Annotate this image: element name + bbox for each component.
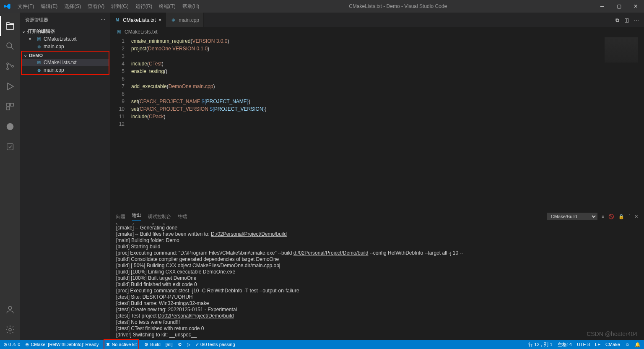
- status-language[interactable]: CMake: [605, 342, 620, 347]
- panel-tab[interactable]: 调试控制台: [148, 214, 171, 220]
- folder-header[interactable]: ⌄DEMO: [22, 52, 109, 59]
- svg-point-9: [8, 306, 12, 310]
- window-title: CMakeLists.txt - Demo - Visual Studio Co…: [202, 3, 594, 9]
- close-tab-icon[interactable]: ×: [158, 17, 162, 23]
- more-icon[interactable]: ⋯: [634, 17, 639, 23]
- extensions-icon[interactable]: [0, 96, 20, 117]
- open-editor-item[interactable]: ⊕main.cpp: [20, 43, 110, 50]
- title-bar: 文件(F)编辑(E)选择(S)查看(V)转到(G)运行(R)终端(T)帮助(H)…: [0, 0, 644, 13]
- status-feedback-icon[interactable]: ☺: [625, 342, 630, 347]
- status-bar: ⊗ 0 ⚠ 0 ⊕ CMake: [RelWithDebInfo]: Ready…: [0, 340, 644, 349]
- status-tests[interactable]: ✓ 0/0 tests passing: [195, 342, 235, 347]
- status-position[interactable]: 行 12，列 1: [528, 341, 552, 348]
- sidebar-title: 资源管理器: [25, 17, 48, 23]
- svg-point-0: [7, 43, 12, 48]
- run-debug-icon[interactable]: [0, 76, 20, 96]
- status-cmake[interactable]: ⊕ CMake: [RelWithDebInfo]: Ready: [25, 342, 99, 347]
- status-kit[interactable]: ✖ No active kit: [104, 339, 139, 349]
- maximize-icon[interactable]: ▢: [610, 0, 627, 13]
- close-panel-icon[interactable]: ✕: [634, 214, 638, 219]
- bottom-panel: 问题输出调试控制台终端 CMake/Build ≡ 🚫 🔒 ˆ ✕ [cmake…: [110, 210, 644, 340]
- svg-point-10: [9, 328, 11, 331]
- panel-tab[interactable]: 输出: [132, 212, 141, 221]
- svg-rect-5: [10, 103, 13, 106]
- compare-icon[interactable]: ⧉: [615, 17, 619, 23]
- svg-point-3: [12, 65, 13, 67]
- editor-tab[interactable]: MCMakeLists.txt×: [110, 13, 166, 27]
- account-icon[interactable]: [0, 300, 20, 320]
- svg-point-7: [7, 123, 14, 130]
- explorer-sidebar: 资源管理器 ⋯ ⌄打开的编辑器 ×MCMakeLists.txt⊕main.cp…: [20, 13, 110, 340]
- svg-rect-6: [7, 107, 10, 110]
- open-editor-item[interactable]: ×MCMakeLists.txt: [20, 35, 110, 43]
- menu-item[interactable]: 终端(T): [156, 3, 178, 10]
- code-editor[interactable]: 123456789101112 cmake_minimum_required(V…: [110, 36, 644, 210]
- editor-tab[interactable]: ⊕main.cpp: [166, 13, 204, 27]
- svg-point-1: [7, 63, 8, 65]
- vscode-logo-icon: [0, 3, 15, 10]
- editor-tabs: MCMakeLists.txt×⊕main.cpp ⧉ ◫ ⋯: [110, 13, 644, 27]
- output-channel-select[interactable]: CMake/Build: [547, 213, 597, 220]
- menu-item[interactable]: 帮助(H): [179, 3, 203, 10]
- panel-tab[interactable]: 问题: [116, 214, 125, 220]
- lock-icon[interactable]: 🔒: [618, 214, 624, 219]
- status-problems[interactable]: ⊗ 0 ⚠ 0: [3, 342, 20, 347]
- more-icon[interactable]: ⋯: [101, 17, 105, 23]
- activity-bar: [0, 13, 20, 340]
- explorer-icon[interactable]: [0, 16, 20, 36]
- status-eol[interactable]: LF: [595, 342, 600, 347]
- status-build[interactable]: ⚙ Build: [144, 342, 160, 347]
- clear-icon[interactable]: 🚫: [608, 214, 614, 219]
- menu-item[interactable]: 转到(G): [108, 3, 131, 10]
- output-content[interactable]: [cmake] -- Configuring done[cmake] -- Ge…: [110, 223, 644, 340]
- settings-icon[interactable]: [0, 320, 20, 340]
- status-debug-icon[interactable]: ⚙: [178, 342, 182, 347]
- status-target[interactable]: [all]: [166, 342, 173, 347]
- source-control-icon[interactable]: [0, 56, 20, 76]
- file-item[interactable]: MCMakeLists.txt: [22, 59, 109, 66]
- close-icon[interactable]: ✕: [627, 0, 644, 13]
- panel-tab[interactable]: 终端: [178, 214, 187, 220]
- menu-item[interactable]: 编辑(E): [38, 3, 60, 10]
- menu-item[interactable]: 选择(S): [61, 3, 84, 10]
- svg-rect-8: [7, 144, 13, 150]
- menu-bar: 文件(F)编辑(E)选择(S)查看(V)转到(G)运行(R)终端(T)帮助(H): [15, 3, 202, 10]
- menu-item[interactable]: 文件(F): [15, 3, 37, 10]
- status-bell-icon[interactable]: 🔔: [635, 342, 641, 347]
- minimap[interactable]: [605, 37, 638, 63]
- open-editors-header[interactable]: ⌄打开的编辑器: [20, 27, 110, 35]
- menu-item[interactable]: 查看(V): [85, 3, 107, 10]
- status-spaces[interactable]: 空格: 4: [558, 341, 572, 348]
- filter-icon[interactable]: ≡: [602, 214, 604, 219]
- menu-item[interactable]: 运行(R): [132, 3, 156, 10]
- close-icon[interactable]: ×: [29, 36, 34, 42]
- search-icon[interactable]: [0, 36, 20, 56]
- cmake-icon[interactable]: [0, 117, 20, 137]
- minimize-icon[interactable]: ─: [594, 0, 610, 13]
- file-item[interactable]: ⊕main.cpp: [22, 66, 109, 74]
- split-icon[interactable]: ◫: [624, 17, 629, 23]
- breadcrumb[interactable]: MCMakeLists.txt: [110, 27, 644, 36]
- chevron-up-icon[interactable]: ˆ: [628, 214, 630, 219]
- status-run-icon[interactable]: ▷: [187, 342, 190, 347]
- svg-rect-4: [7, 103, 10, 106]
- status-encoding[interactable]: UTF-8: [577, 342, 590, 347]
- testing-icon[interactable]: [0, 137, 20, 157]
- svg-point-2: [7, 68, 8, 70]
